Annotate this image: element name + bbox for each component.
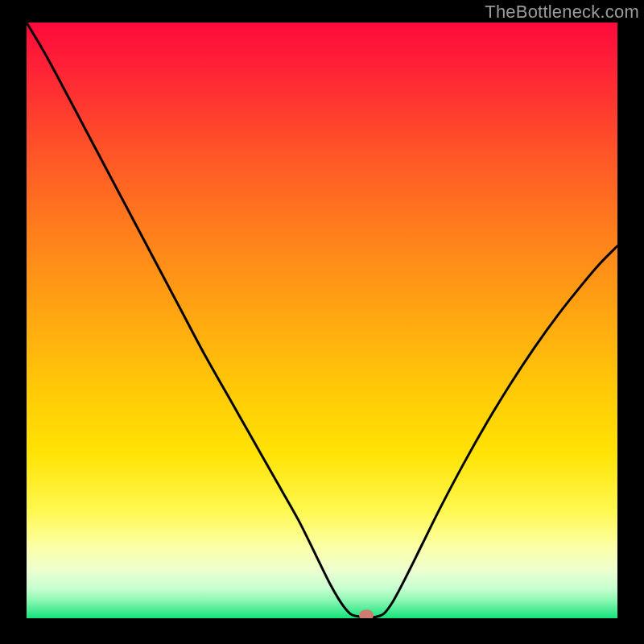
watermark-text: TheBottleneck.com <box>485 2 639 23</box>
plot-svg <box>27 23 617 618</box>
chart-frame: TheBottleneck.com <box>0 0 644 644</box>
min-marker <box>359 609 374 618</box>
plot-area <box>27 23 617 618</box>
curve-path <box>27 23 617 617</box>
